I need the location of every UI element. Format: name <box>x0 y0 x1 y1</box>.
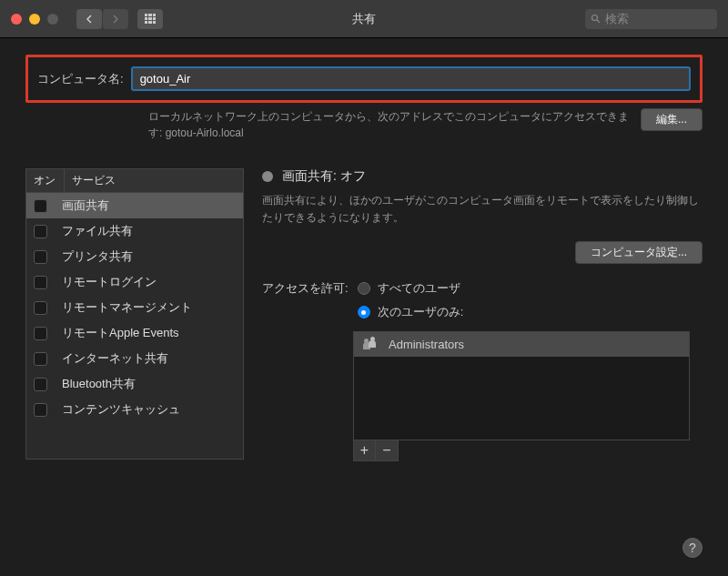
edit-button[interactable]: 編集... <box>641 108 703 131</box>
radio-only-label: 次のユーザのみ: <box>378 304 464 320</box>
radio-only-users[interactable]: 次のユーザのみ: <box>358 304 464 320</box>
zoom-button[interactable] <box>47 14 58 25</box>
user-row[interactable]: Administrators <box>354 332 689 357</box>
service-row[interactable]: Bluetooth共有 <box>26 371 243 397</box>
search-input[interactable]: 検索 <box>585 9 717 29</box>
service-checkbox[interactable] <box>34 225 47 238</box>
service-checkbox[interactable] <box>34 327 47 340</box>
service-label: コンテンツキャッシュ <box>62 401 180 418</box>
svg-line-1 <box>597 19 600 22</box>
service-checkbox[interactable] <box>34 352 47 366</box>
show-all-button[interactable] <box>137 9 163 29</box>
service-label: リモートログイン <box>62 274 157 290</box>
grid-icon <box>145 14 156 25</box>
radio-all-users[interactable]: すべてのユーザ <box>358 280 464 297</box>
radio-all-label: すべてのユーザ <box>378 280 460 297</box>
service-label: リモートマネージメント <box>62 299 192 316</box>
help-button[interactable]: ? <box>682 538 703 558</box>
window-controls <box>11 14 58 25</box>
status-indicator <box>262 171 273 182</box>
computer-name-row: コンピュータ名: <box>25 55 703 103</box>
status-description: 画面共有により、ほかのユーザがこのコンピュータ画面をリモートで表示をしたり制御し… <box>262 192 703 227</box>
service-label: リモートApple Events <box>62 325 179 341</box>
users-controls: + − <box>353 440 399 461</box>
remove-user-button[interactable]: − <box>376 440 398 460</box>
service-checkbox[interactable] <box>34 301 47 315</box>
service-label: ファイル共有 <box>62 223 133 239</box>
service-row[interactable]: 画面共有 <box>26 193 243 218</box>
services-header: オン サービス <box>26 169 243 193</box>
computer-settings-button[interactable]: コンピュータ設定... <box>575 241 703 264</box>
service-row[interactable]: リモートマネージメント <box>26 295 243 320</box>
service-label: Bluetooth共有 <box>62 376 136 392</box>
add-user-button[interactable]: + <box>354 440 376 460</box>
main-content: オン サービス 画面共有ファイル共有プリンタ共有リモートログインリモートマネージ… <box>0 152 728 461</box>
computer-name-label: コンピュータ名: <box>37 71 124 87</box>
services-panel: オン サービス 画面共有ファイル共有プリンタ共有リモートログインリモートマネージ… <box>25 168 244 460</box>
service-row[interactable]: インターネット共有 <box>26 346 243 371</box>
window-title: 共有 <box>352 11 376 27</box>
user-name: Administrators <box>389 338 464 351</box>
search-icon <box>591 14 602 25</box>
close-button[interactable] <box>11 14 22 25</box>
access-label: アクセスを許可: <box>262 280 349 328</box>
network-info-row: ローカルネットワーク上のコンピュータから、次のアドレスでこのコンピュータにアクセ… <box>25 108 703 141</box>
services-list: 画面共有ファイル共有プリンタ共有リモートログインリモートマネージメントリモートA… <box>26 193 243 422</box>
service-label: 画面共有 <box>62 197 109 214</box>
header-section: コンピュータ名: ローカルネットワーク上のコンピュータから、次のアドレスでこのコ… <box>0 38 728 152</box>
computer-name-input[interactable] <box>131 66 691 91</box>
service-row[interactable]: プリンタ共有 <box>26 244 243 269</box>
minimize-button[interactable] <box>29 14 40 25</box>
forward-button[interactable] <box>103 9 128 29</box>
service-checkbox[interactable] <box>34 199 47 213</box>
radio-icon <box>358 306 370 318</box>
service-row[interactable]: リモートログイン <box>26 269 243 295</box>
service-checkbox[interactable] <box>34 276 47 289</box>
access-row: アクセスを許可: すべてのユーザ 次のユーザのみ: <box>262 280 703 328</box>
status-row: 画面共有: オフ <box>262 168 703 185</box>
service-row[interactable]: ファイル共有 <box>26 218 243 244</box>
detail-panel: 画面共有: オフ 画面共有により、ほかのユーザがこのコンピュータ画面をリモートで… <box>262 168 703 461</box>
service-row[interactable]: リモートApple Events <box>26 320 243 346</box>
service-checkbox[interactable] <box>34 250 47 264</box>
users-icon <box>363 339 379 351</box>
nav-buttons <box>76 9 128 29</box>
status-title: 画面共有: オフ <box>282 168 366 185</box>
users-list[interactable]: Administrators <box>353 331 690 440</box>
column-on: オン <box>26 169 65 192</box>
column-service: サービス <box>65 169 243 192</box>
back-button[interactable] <box>76 9 102 29</box>
svg-point-0 <box>592 15 598 20</box>
search-placeholder: 検索 <box>605 11 629 27</box>
service-checkbox[interactable] <box>34 403 47 417</box>
service-row[interactable]: コンテンツキャッシュ <box>26 397 243 422</box>
radio-icon <box>358 282 370 295</box>
titlebar: 共有 検索 <box>0 0 728 38</box>
service-checkbox[interactable] <box>34 378 47 391</box>
users-box: Administrators + − <box>353 331 690 461</box>
service-label: インターネット共有 <box>62 350 168 367</box>
network-info-text: ローカルネットワーク上のコンピュータから、次のアドレスでこのコンピュータにアクセ… <box>148 108 632 141</box>
access-radio-group: すべてのユーザ 次のユーザのみ: <box>358 280 464 328</box>
service-label: プリンタ共有 <box>62 248 133 265</box>
